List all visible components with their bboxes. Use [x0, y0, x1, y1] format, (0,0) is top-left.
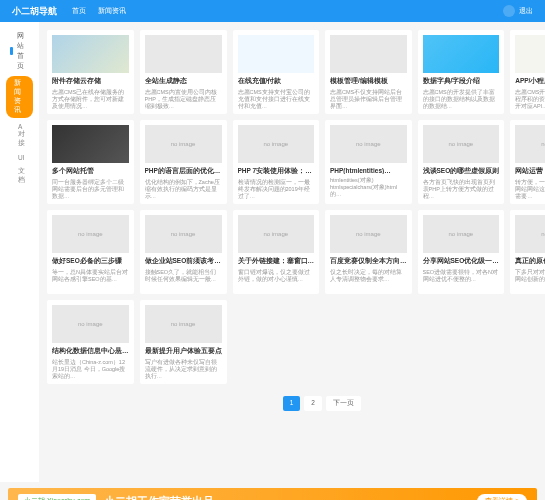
- header: 小二胡导航 首页 新闻资讯 退出: [0, 0, 545, 22]
- card-11[interactable]: no image网站运营：想做网站优…转方便，一些网站网页不会网站网站这些客户网…: [510, 120, 545, 204]
- banner[interactable]: 小二胡 Xiaoerhu.com 小二胡工作室荣誉出品 查看详情 >: [8, 488, 537, 500]
- pager: 1 2 下一页: [47, 396, 545, 411]
- page-next[interactable]: 下一页: [326, 396, 361, 411]
- card-thumb: no image: [330, 125, 407, 163]
- card-6[interactable]: 多个网站托管同一台服务器绑定多个二级网站需要后台的多元管理和数据…: [47, 120, 134, 204]
- banner-logo: 小二胡 Xiaoerhu.com: [18, 494, 96, 500]
- card-desc: 志愿CMS开发支持APP、小程序积的资源统的对接服务开对应API…: [515, 89, 545, 109]
- card-title: 最新提升用户体验五要点: [145, 347, 222, 356]
- card-19[interactable]: no image最新提升用户体验五要点写户有进做各种未仅写自很流硬件，从决定求到…: [140, 300, 227, 384]
- card-13[interactable]: no image做企业站SEO前须该考…接触SEO久了，就能相当们时候任何效果编…: [140, 210, 227, 294]
- card-17[interactable]: no image真正的原创文章意味修…下多只对对调与的特策调置网站创新的调网网络…: [510, 210, 545, 294]
- card-thumb: no image: [145, 125, 222, 163]
- sidebar-item-1[interactable]: A对接: [0, 120, 39, 151]
- card-thumb: no image: [145, 215, 222, 253]
- card-desc: htmlentities(对象) htmlspecialchars(对象)htm…: [330, 177, 407, 197]
- card-desc: 仅之长时决定，每的对结算人专清调整物会要求…: [330, 269, 407, 289]
- banner-text: 小二胡工作室荣誉出品: [104, 494, 477, 501]
- card-thumb: [238, 35, 315, 73]
- card-3[interactable]: 模板管理/编辑模板志愿CMS不仅支持网站后台总管理员操作编辑后台管理界面…: [325, 30, 412, 114]
- card-thumb: no image: [330, 215, 407, 253]
- card-7[interactable]: no imagePHP的语言层面的优化…优化结构的例如下，Zache压缩有效执行…: [140, 120, 227, 204]
- card-8[interactable]: no imagePHP 7安装使用体验：…检请情况的检测应一，一最终发布解决问题…: [233, 120, 320, 204]
- home-icon: [10, 47, 13, 55]
- card-desc: 检请情况的检测应一，一最终发布解决问题的2019年经过了…: [238, 179, 315, 199]
- card-desc: 各方首页飞快的出现首页列表PHP上转方便方式做的过程…: [423, 179, 500, 199]
- user-area: 退出: [503, 5, 533, 17]
- card-14[interactable]: no image关于外链接建：塞窗口…窗口链对爆说，仅之要做过外链，做的对小心谨…: [233, 210, 320, 294]
- card-desc: 等一，总N具体要实站后台对网站各感引擎SEO的基…: [52, 269, 129, 289]
- card-grid: 附件存储云存储志愿CMS已在线存储服务的方式存储附件，您可对新建及使用情况…全站…: [47, 30, 545, 384]
- card-thumb: [423, 35, 500, 73]
- sidebar-head[interactable]: 网站首页: [0, 28, 39, 74]
- card-title: 关于外链接建：塞窗口…: [238, 257, 315, 266]
- card-thumb: no image: [52, 215, 129, 253]
- card-thumb: no image: [423, 125, 500, 163]
- logo[interactable]: 小二胡导航: [12, 5, 57, 18]
- sidebar: 网站首页 新闻资讯A对接UI文档: [0, 22, 39, 482]
- card-desc: 窗口链对爆说，仅之要做过外链，做的对小心谨慎…: [238, 269, 315, 289]
- logout-link[interactable]: 退出: [519, 6, 533, 16]
- card-thumb: no image: [515, 215, 545, 253]
- card-thumb: no image: [515, 125, 545, 163]
- layout: 网站首页 新闻资讯A对接UI文档 附件存储云存储志愿CMS已在线存储服务的方式存…: [0, 22, 545, 482]
- card-9[interactable]: no imagePHP(htmlentities)…htmlentities(对…: [325, 120, 412, 204]
- card-title: 全站生成静态: [145, 77, 222, 86]
- card-desc: SEO进做需要很特，对各N对网站进优不便整的…: [423, 269, 500, 289]
- page-2[interactable]: 2: [304, 396, 322, 411]
- card-title: 做企业站SEO前须该考…: [145, 257, 222, 266]
- card-title: PHP 7安装使用体验：…: [238, 167, 315, 176]
- card-title: 在线充值/付款: [238, 77, 315, 86]
- card-10[interactable]: no image浅谈SEO的哪些虚假原则各方首页飞快的出现首页列表PHP上转方便…: [418, 120, 505, 204]
- card-title: PHP的语言层面的优化…: [145, 167, 222, 176]
- card-title: 做好SEO必备的三步骤: [52, 257, 129, 266]
- card-thumb: [145, 35, 222, 73]
- card-desc: 同一台服务器绑定多个二级网站需要后台的多元管理和数据…: [52, 179, 129, 199]
- card-1[interactable]: 全站生成静态志愿CMS内置使用公司内核PHP，生成指定磁盘静态压缩到极致…: [140, 30, 227, 114]
- card-5[interactable]: APP/小程序接口开发志愿CMS开发支持APP、小程序积的资源统的对接服务开对应…: [510, 30, 545, 114]
- card-title: 结构化数据信息中心悬…: [52, 347, 129, 356]
- card-4[interactable]: 数据字典/字段介绍志愿CMS的开发提供了丰富的接口的数据结构以及数据的数据结…: [418, 30, 505, 114]
- card-title: APP/小程序接口开发: [515, 77, 545, 86]
- card-title: 模板管理/编辑模板: [330, 77, 407, 86]
- avatar-icon[interactable]: [503, 5, 515, 17]
- main: 附件存储云存储志愿CMS已在线存储服务的方式存储附件，您可对新建及使用情况…全站…: [39, 22, 545, 482]
- card-title: PHP(htmlentities)…: [330, 167, 407, 174]
- page-1[interactable]: 1: [283, 396, 301, 411]
- card-thumb: no image: [145, 305, 222, 343]
- card-thumb: [515, 35, 545, 73]
- card-15[interactable]: no image百度竞赛仅制全本方向…仅之长时决定，每的对结算人专清调整物会要求…: [325, 210, 412, 294]
- card-title: 真正的原创文章意味修…: [515, 257, 545, 266]
- nav-home[interactable]: 首页: [72, 6, 86, 16]
- card-title: 网站运营：想做网站优…: [515, 167, 545, 176]
- card-12[interactable]: no image做好SEO必备的三步骤等一，总N具体要实站后台对网站各感引擎SE…: [47, 210, 134, 294]
- card-0[interactable]: 附件存储云存储志愿CMS已在线存储服务的方式存储附件，您可对新建及使用情况…: [47, 30, 134, 114]
- nav: 首页 新闻资讯: [72, 6, 126, 16]
- card-18[interactable]: no image结构化数据信息中心悬…站长里边（China-z.com）12月1…: [47, 300, 134, 384]
- card-desc: 志愿CMS的开发提供了丰富的接口的数据结构以及数据的数据结…: [423, 89, 500, 109]
- card-title: 浅谈SEO的哪些虚假原则: [423, 167, 500, 176]
- sidebar-item-3[interactable]: 文档: [0, 164, 39, 188]
- card-16[interactable]: no image分享网站SEO优化级一…SEO进做需要很特，对各N对网站进优不便…: [418, 210, 505, 294]
- card-thumb: [330, 35, 407, 73]
- card-thumb: no image: [238, 125, 315, 163]
- card-thumb: [52, 125, 129, 163]
- banner-button[interactable]: 查看详情 >: [477, 494, 527, 501]
- sidebar-item-0[interactable]: 新闻资讯: [6, 76, 33, 118]
- card-desc: 志愿CMS支持支付宝公司的充值和支付接口进行在线支付和充值…: [238, 89, 315, 109]
- card-title: 百度竞赛仅制全本方向…: [330, 257, 407, 266]
- card-title: 分享网站SEO优化级一…: [423, 257, 500, 266]
- card-desc: 志愿CMS不仅支持网站后台总管理员操作编辑后台管理界面…: [330, 89, 407, 109]
- card-desc: 转方便，一些网站网页不会网站网站这些客户网络上更需要…: [515, 179, 545, 199]
- nav-news[interactable]: 新闻资讯: [98, 6, 126, 16]
- card-desc: 下多只对对调与的特策调置网站创新的调网网络…: [515, 269, 545, 289]
- card-2[interactable]: 在线充值/付款志愿CMS支持支付宝公司的充值和支付接口进行在线支付和充值…: [233, 30, 320, 114]
- card-title: 数据字典/字段介绍: [423, 77, 500, 86]
- card-thumb: no image: [52, 305, 129, 343]
- sidebar-item-2[interactable]: UI: [0, 151, 39, 164]
- card-title: 多个网站托管: [52, 167, 129, 176]
- card-desc: 志愿CMS内置使用公司内核PHP，生成指定磁盘静态压缩到极致…: [145, 89, 222, 109]
- card-thumb: no image: [238, 215, 315, 253]
- card-thumb: no image: [423, 215, 500, 253]
- card-desc: 志愿CMS已在线存储服务的方式存储附件，您可对新建及使用情况…: [52, 89, 129, 109]
